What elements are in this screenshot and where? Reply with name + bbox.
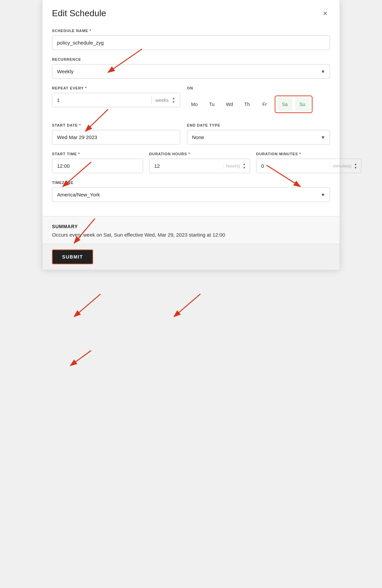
recurrence-select[interactable]: Weekly Daily Monthly Yearly <box>52 64 330 79</box>
modal-body: SCHEDULE NAME * RECURRENCE Weekly Daily … <box>43 25 339 216</box>
svg-line-7 <box>174 294 200 317</box>
start-time-label: START TIME * <box>52 152 143 156</box>
timezone-section: TIMEZONE America/New_York America/Chicag… <box>52 181 330 202</box>
day-button-mo[interactable]: Mo <box>187 97 202 112</box>
schedule-name-section: SCHEDULE NAME * <box>52 29 330 50</box>
duration-hours-spinner: ▲ ▼ <box>241 162 247 170</box>
modal-title: Edit Schedule <box>52 8 106 19</box>
repeat-every-input-group: weeks ▲ ▼ <box>52 93 180 107</box>
weekend-days-highlighted: SaSu <box>275 96 312 113</box>
start-date-label: START DATE * <box>52 123 180 127</box>
duration-minutes-up-button[interactable]: ▲ <box>353 162 358 166</box>
recurrence-select-wrapper: Weekly Daily Monthly Yearly ▼ <box>52 64 330 79</box>
duration-hours-up-button[interactable]: ▲ <box>241 162 247 166</box>
timezone-label: TIMEZONE <box>52 181 330 185</box>
duration-hours-unit-text: hour(s) <box>226 163 240 168</box>
close-button[interactable]: × <box>320 8 330 19</box>
modal-footer: SUBMIT <box>43 244 339 270</box>
day-button-th[interactable]: Th <box>240 97 254 112</box>
modal-header: Edit Schedule × <box>43 0 339 25</box>
schedule-name-label: SCHEDULE NAME * <box>52 29 330 33</box>
repeat-up-button[interactable]: ▲ <box>171 97 176 100</box>
repeat-unit-display: weeks ▲ ▼ <box>152 97 180 104</box>
summary-title: SUMMARY <box>52 224 330 229</box>
end-date-type-select-wrapper: None On Date After Occurrences ▼ <box>187 130 330 144</box>
timezone-select[interactable]: America/New_York America/Chicago America… <box>52 187 330 202</box>
duration-minutes-col: DURATION MINUTES * minute(s) ▲ ▼ <box>256 152 361 173</box>
duration-minutes-input[interactable] <box>256 159 330 173</box>
duration-hours-input[interactable] <box>149 159 223 173</box>
end-date-type-select[interactable]: None On Date After Occurrences <box>187 130 330 144</box>
recurrence-label: RECURRENCE <box>52 57 330 61</box>
date-row: START DATE * END DATE TYPE None On Date … <box>52 123 330 144</box>
end-date-type-col: END DATE TYPE None On Date After Occurre… <box>187 123 330 144</box>
duration-minutes-input-group: minute(s) ▲ ▼ <box>256 159 361 173</box>
start-time-col: START TIME * <box>52 152 143 173</box>
svg-line-8 <box>71 351 91 366</box>
repeat-on-row: REPEAT EVERY * weeks ▲ ▼ ON MoTuWdThFrSa… <box>52 86 330 116</box>
summary-section: SUMMARY Occurs every week on Sat, Sun ef… <box>43 216 339 244</box>
timezone-select-wrapper: America/New_York America/Chicago America… <box>52 187 330 202</box>
start-time-input[interactable] <box>52 159 143 173</box>
duration-hours-input-group: hour(s) ▲ ▼ <box>149 159 250 173</box>
schedule-name-input[interactable] <box>52 35 330 50</box>
repeat-down-button[interactable]: ▼ <box>171 100 176 104</box>
day-button-fr[interactable]: Fr <box>257 97 272 112</box>
duration-hours-col: DURATION HOURS * hour(s) ▲ ▼ <box>149 152 250 173</box>
day-button-sa[interactable]: Sa <box>277 97 292 112</box>
repeat-unit-text: weeks <box>155 98 169 103</box>
recurrence-section: RECURRENCE Weekly Daily Monthly Yearly ▼ <box>52 57 330 79</box>
duration-minutes-unit-display: minute(s) ▲ ▼ <box>330 162 361 170</box>
duration-hours-label: DURATION HOURS * <box>149 152 250 156</box>
start-date-input[interactable] <box>52 130 180 144</box>
day-button-tu[interactable]: Tu <box>204 97 219 112</box>
submit-button[interactable]: SUBMIT <box>52 249 93 264</box>
duration-hours-down-button[interactable]: ▼ <box>241 166 247 170</box>
repeat-every-label: REPEAT EVERY * <box>52 86 180 90</box>
repeat-spinner: ▲ ▼ <box>171 97 176 104</box>
on-days-col: ON MoTuWdThFrSaSu <box>187 86 330 116</box>
svg-line-6 <box>74 294 101 317</box>
duration-minutes-unit-text: minute(s) <box>333 163 351 168</box>
end-date-type-label: END DATE TYPE <box>187 123 330 127</box>
repeat-every-col: REPEAT EVERY * weeks ▲ ▼ <box>52 86 180 116</box>
day-button-su[interactable]: Su <box>295 97 310 112</box>
days-row: MoTuWdThFrSaSu <box>187 93 330 116</box>
time-duration-row: START TIME * DURATION HOURS * hour(s) ▲ … <box>52 152 330 173</box>
day-button-wd[interactable]: Wd <box>222 97 237 112</box>
repeat-every-input[interactable] <box>52 93 152 107</box>
on-label: ON <box>187 86 330 90</box>
duration-minutes-spinner: ▲ ▼ <box>353 162 358 170</box>
duration-minutes-label: DURATION MINUTES * <box>256 152 361 156</box>
duration-minutes-down-button[interactable]: ▼ <box>353 166 358 170</box>
summary-text: Occurs every week on Sat, Sun effective … <box>52 232 330 238</box>
duration-hours-unit-display: hour(s) ▲ ▼ <box>223 162 250 170</box>
start-date-col: START DATE * <box>52 123 180 144</box>
